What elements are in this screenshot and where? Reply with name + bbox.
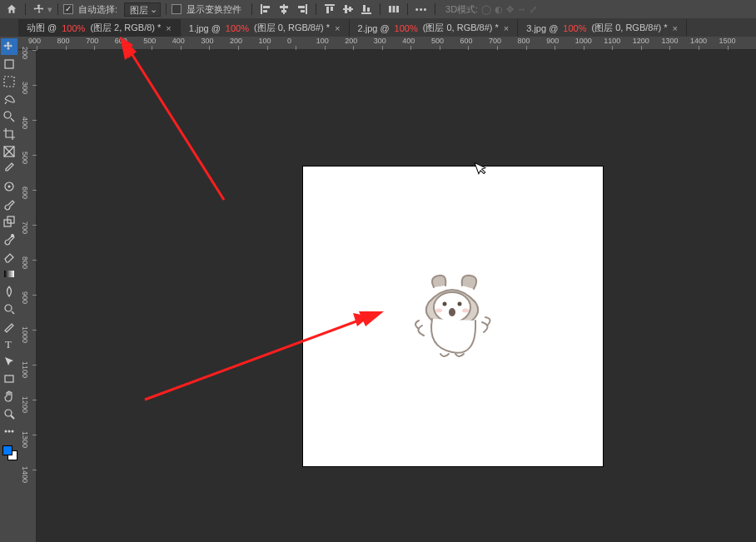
tool-history-brush[interactable] [1,231,17,247]
ruler-tick: 1200 [633,37,649,45]
ruler-tick: 1100 [21,361,29,378]
svg-point-42 [8,430,11,433]
more-icon[interactable]: ••• [413,2,430,17]
ruler-tick: 400 [21,117,29,129]
tool-lasso[interactable] [1,91,17,107]
ruler-tick: 300 [21,82,29,94]
svg-rect-19 [393,6,395,12]
ruler-tick: 800 [21,256,29,269]
svg-point-30 [8,186,11,188]
svg-line-36 [12,311,14,314]
tab-close-icon[interactable]: × [166,23,171,33]
svg-rect-20 [396,6,399,12]
tool-clone[interactable] [1,213,17,230]
align-left-icon[interactable] [257,2,274,17]
tab-close-icon[interactable]: × [673,23,678,33]
show-transform-checkbox[interactable] [172,4,182,14]
svg-rect-24 [4,77,14,87]
tool-frame[interactable] [1,143,17,160]
tool-rectangle[interactable] [1,370,17,387]
ruler-tick: 500 [21,152,29,164]
document-tab-3[interactable]: 3.jpg @ 100% (图层 0, RGB/8#) *× [518,19,687,37]
hamster-image [407,271,499,362]
tool-zoom[interactable] [1,405,17,422]
vertical-ruler: 2003004005006007008009001000110012001300… [18,50,37,542]
tool-hand[interactable] [1,388,17,405]
tool-blur[interactable] [1,283,17,300]
canvas-stage[interactable] [37,50,756,542]
tab-close-icon[interactable]: × [504,23,509,33]
tool-brush[interactable] [1,196,17,212]
ruler-tick: 100 [259,37,271,45]
align-vcenter-icon[interactable] [340,2,356,17]
tool-dodge[interactable] [1,301,17,317]
align-bottom-icon[interactable] [358,2,375,17]
align-right-icon[interactable] [294,2,311,17]
horizontal-ruler: 9008007006005004003002001000100200300400… [18,37,756,50]
svg-point-43 [12,430,14,433]
tab-title: 1.jpg @ [189,23,221,33]
tool-type[interactable]: T [1,336,17,352]
svg-rect-34 [4,271,14,277]
document-canvas[interactable] [303,167,603,466]
ruler-tick: 300 [374,37,386,45]
svg-rect-11 [331,7,333,11]
roll-3d-icon[interactable]: ◐ [495,4,503,15]
pan-3d-icon[interactable]: ✥ [506,4,514,15]
options-bar: ▾ 自动选择: 图层 显示变换控件 ••• 3D模式: ◯ ◐ ✥ ↔ ⤢ [0,0,756,18]
ruler-tick: 1400 [21,466,29,483]
auto-select-target[interactable]: 图层 [124,2,161,17]
document-tab-1[interactable]: 1.jpg @ 100% (图层 0, RGB/8#) *× [181,19,350,37]
tool-move[interactable] [1,38,17,55]
tab-close-icon[interactable]: × [335,23,340,33]
slide-3d-icon[interactable]: ↔ [517,4,526,15]
document-tab-0[interactable]: 动图 @ 100% (图层 2, RGB/8) *× [18,19,181,37]
tool-eraser[interactable] [1,248,17,265]
tool-marquee[interactable] [1,73,17,90]
svg-point-44 [434,292,470,322]
orbit-3d-icon[interactable]: ◯ [481,4,491,15]
ruler-tick: 800 [57,37,70,45]
ruler-tick: 500 [143,37,156,45]
tool-artboard[interactable] [1,56,17,72]
svg-rect-3 [283,4,285,14]
canvas-area: 9008007006005004003002001000100200300400… [18,37,756,542]
home-button[interactable] [3,2,20,17]
annotation-arrow-1 [87,37,236,208]
svg-point-33 [11,234,14,237]
svg-line-50 [124,42,224,200]
svg-rect-12 [343,8,353,10]
document-tab-2[interactable]: 2.jpg @ 100% (图层 0, RGB/8#) *× [350,19,519,37]
svg-point-45 [443,302,447,306]
ruler-tick: 800 [518,37,530,45]
ruler-tick: 400 [402,37,415,45]
align-top-icon[interactable] [321,2,338,17]
ruler-tick: 600 [21,186,29,199]
tool-quick-select[interactable] [1,108,17,125]
auto-select-checkbox[interactable] [63,4,73,14]
toolbox: T [0,37,18,542]
mode3d-label: 3D模式: [445,3,478,16]
ruler-tick: 600 [460,37,472,45]
tool-spot-heal[interactable] [1,178,17,195]
tool-crop[interactable] [1,126,17,142]
tab-title: 动图 @ [27,22,57,34]
svg-line-40 [11,415,14,419]
ruler-tick: 200 [345,37,357,45]
distribute-icon[interactable] [385,2,402,17]
tool-path-select[interactable] [1,353,17,370]
tool-eyedropper[interactable] [1,161,17,177]
zoom-3d-icon[interactable]: ⤢ [530,4,537,15]
tool-edit-toolbar[interactable] [1,423,17,440]
ruler-tick: 1300 [21,431,29,448]
auto-select-label: 自动选择: [78,3,117,16]
tool-pen[interactable] [1,318,17,335]
svg-rect-18 [389,6,391,12]
ruler-tick: 100 [316,37,329,45]
ruler-tick: 900 [546,37,559,45]
align-hcenter-icon[interactable] [276,2,292,17]
tool-gradient[interactable] [1,266,17,282]
ruler-tick: 1000 [575,37,592,45]
svg-rect-9 [325,4,335,6]
foreground-background-swatch[interactable] [1,444,17,465]
